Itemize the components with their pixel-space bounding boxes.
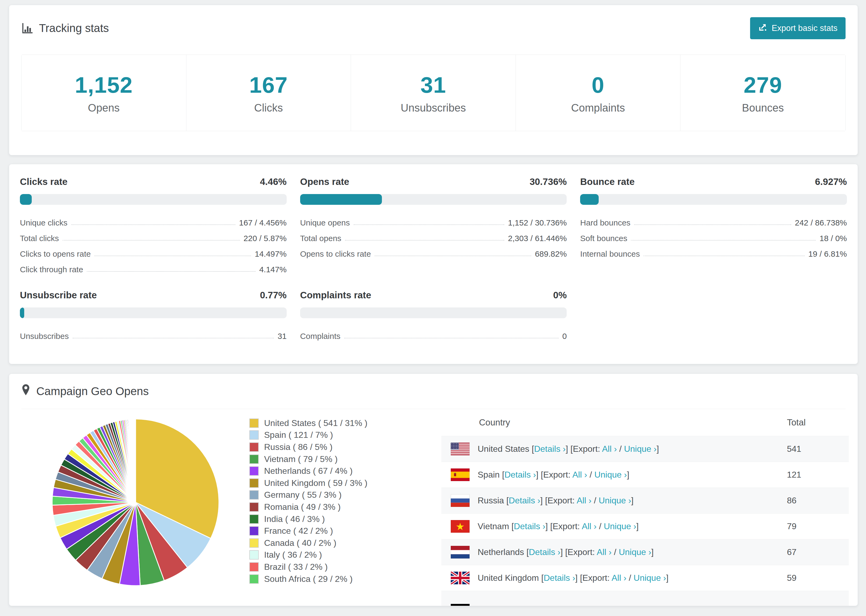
geo-body: United States ( 541 / 31% )Spain ( 121 /… <box>9 409 858 606</box>
legend-item-south-africa[interactable]: South Africa ( 29 / 2% ) <box>249 573 367 585</box>
export-basic-stats-button[interactable]: Export basic stats <box>750 17 846 39</box>
table-row-nl: Netherlands [Details ›] [Export: All › /… <box>441 539 849 565</box>
details-link[interactable]: Details › <box>534 444 565 454</box>
details-link[interactable]: Details › <box>529 547 560 557</box>
export-icon <box>758 23 767 34</box>
export-all-link[interactable]: All › <box>612 573 627 583</box>
rate-detail-value: 167 / 4.456% <box>239 218 287 227</box>
table-row-es: Spain [Details ›] [Export: All › / Uniqu… <box>441 462 849 487</box>
pie-slice-other[interactable] <box>135 419 135 502</box>
legend-item-netherlands[interactable]: Netherlands ( 67 / 4% ) <box>249 465 367 477</box>
country-cell: United States [Details ›] [Export: All ›… <box>478 444 787 454</box>
legend-label: Brazil ( 33 / 2% ) <box>264 562 328 572</box>
legend-swatch <box>249 442 259 452</box>
legend-item-france[interactable]: France ( 42 / 2% ) <box>249 525 367 537</box>
rate-detail-row: Unique opens1,152 / 30.736% <box>300 212 567 227</box>
rate-detail-label: Hard bounces <box>580 218 630 227</box>
progress-bar <box>300 194 567 205</box>
rate-detail-value: 19 / 6.81% <box>808 250 847 259</box>
legend-item-italy[interactable]: Italy ( 36 / 2% ) <box>249 549 367 561</box>
export-all-link[interactable]: All › <box>597 547 612 557</box>
dotted-leader <box>345 240 504 240</box>
stat-value: 279 <box>744 72 782 98</box>
legend-label: Canada ( 40 / 2% ) <box>264 538 337 548</box>
export-unique-link[interactable]: Unique › <box>608 605 640 606</box>
rate-detail-rows: Hard bounces242 / 86.738%Soft bounces18 … <box>580 212 847 259</box>
country-cell: Russia [Details ›] [Export: All › / Uniq… <box>478 496 787 506</box>
legend-label: South Africa ( 29 / 2% ) <box>264 574 353 584</box>
legend-item-canada[interactable]: Canada ( 40 / 2% ) <box>249 537 367 549</box>
legend-item-brazil[interactable]: Brazil ( 33 / 2% ) <box>249 561 367 573</box>
rate-detail-value: 14.497% <box>255 250 287 259</box>
stat-label: Opens <box>88 102 120 114</box>
rate-block-unsubscribe-rate: Unsubscribe rate0.77%Unsubscribes31 <box>20 290 287 341</box>
export-all-link[interactable]: All › <box>602 444 617 454</box>
rate-value: 0% <box>553 290 567 300</box>
bracket-text: ] [Export: <box>575 573 612 583</box>
rate-detail-value: 1,152 / 30.736% <box>508 218 567 227</box>
rate-detail-value: 31 <box>277 332 287 341</box>
dotted-leader <box>644 256 805 256</box>
dotted-leader <box>63 240 239 240</box>
export-unique-link[interactable]: Unique › <box>599 496 631 505</box>
country-cell: Spain [Details ›] [Export: All › / Uniqu… <box>478 470 787 480</box>
flag-us-icon <box>451 443 469 455</box>
flag-vn-icon <box>451 520 469 533</box>
flag-ru-icon <box>451 494 469 507</box>
rate-detail-label: Unsubscribes <box>20 332 69 341</box>
tracking-stats-title: Tracking stats <box>21 22 109 35</box>
bracket-text: ] <box>651 547 654 557</box>
export-unique-link[interactable]: Unique › <box>624 444 657 454</box>
rate-detail-row: Unique clicks167 / 4.456% <box>20 212 287 227</box>
table-row-ru: Russia [Details ›] [Export: All › / Uniq… <box>441 487 849 513</box>
legend-item-united-states[interactable]: United States ( 541 / 31% ) <box>249 417 367 429</box>
rate-title-row: Opens rate30.736% <box>300 176 567 187</box>
export-all-link[interactable]: All › <box>572 470 587 479</box>
legend-item-russia[interactable]: Russia ( 86 / 5% ) <box>249 441 367 453</box>
rate-detail-row: Complaints0 <box>300 325 567 341</box>
rate-detail-label: Internal bounces <box>580 250 640 259</box>
rate-block-bounce-rate: Bounce rate6.927%Hard bounces242 / 86.73… <box>580 176 847 274</box>
legend-item-united-kingdom[interactable]: United Kingdom ( 59 / 3% ) <box>249 477 367 489</box>
legend-item-india[interactable]: India ( 46 / 3% ) <box>249 513 367 525</box>
details-link[interactable]: Details › <box>509 496 540 505</box>
details-link[interactable]: Details › <box>518 605 549 606</box>
bracket-text: [ <box>529 444 534 454</box>
progress-bar-fill <box>20 308 24 318</box>
rate-detail-label: Unique opens <box>300 218 350 227</box>
export-unique-link[interactable]: Unique › <box>619 547 651 557</box>
bracket-text: ] <box>666 573 669 583</box>
rate-detail-value: 2,303 / 61.446% <box>508 234 567 243</box>
legend-label: Italy ( 36 / 2% ) <box>264 550 322 560</box>
legend-swatch <box>249 538 259 548</box>
bracket-text: ] <box>631 496 634 505</box>
rate-detail-label: Clicks to opens rate <box>20 250 91 259</box>
legend-item-vietnam[interactable]: Vietnam ( 79 / 5% ) <box>249 453 367 465</box>
legend-item-spain[interactable]: Spain ( 121 / 7% ) <box>249 429 367 441</box>
details-link[interactable]: Details › <box>543 573 575 583</box>
rate-title-row: Clicks rate4.46% <box>20 176 287 187</box>
export-unique-link[interactable]: Unique › <box>594 470 627 479</box>
legend-swatch <box>249 514 259 524</box>
legend-item-germany[interactable]: Germany ( 55 / 3% ) <box>249 489 367 501</box>
country-name: Russia <box>478 496 504 505</box>
export-unique-link[interactable]: Unique › <box>604 522 636 531</box>
dotted-leader <box>71 225 235 225</box>
page-title: Tracking stats <box>39 22 109 35</box>
export-all-link[interactable]: All › <box>576 496 591 505</box>
export-unique-link[interactable]: Unique › <box>634 573 666 583</box>
export-all-link[interactable]: All › <box>582 522 597 531</box>
details-link[interactable]: Details › <box>505 470 536 479</box>
stat-value: 1,152 <box>75 72 132 98</box>
legend-label: Vietnam ( 79 / 5% ) <box>264 454 337 464</box>
export-all-link[interactable]: All › <box>586 605 601 606</box>
rate-detail-label: Opens to clicks rate <box>300 250 371 259</box>
legend-swatch <box>249 502 259 512</box>
bracket-text: [ <box>524 547 529 557</box>
rate-detail-label: Click through rate <box>20 265 83 274</box>
rate-block-clicks-rate: Clicks rate4.46%Unique clicks167 / 4.456… <box>20 176 287 274</box>
details-link[interactable]: Details › <box>514 522 545 531</box>
country-name: Vietnam <box>478 522 509 531</box>
legend-label: United States ( 541 / 31% ) <box>264 418 367 428</box>
legend-item-romania[interactable]: Romania ( 49 / 3% ) <box>249 501 367 513</box>
